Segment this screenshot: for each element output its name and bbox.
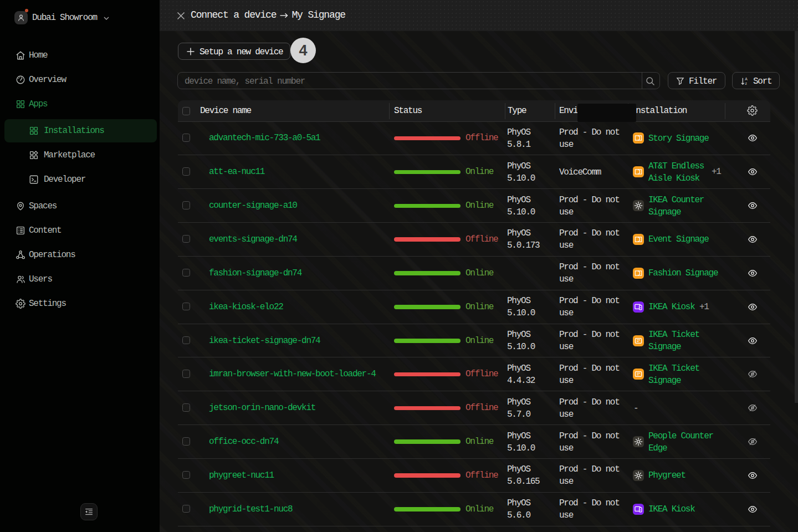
svg-text:z: z (745, 81, 748, 85)
svg-text:A: A (745, 77, 748, 81)
